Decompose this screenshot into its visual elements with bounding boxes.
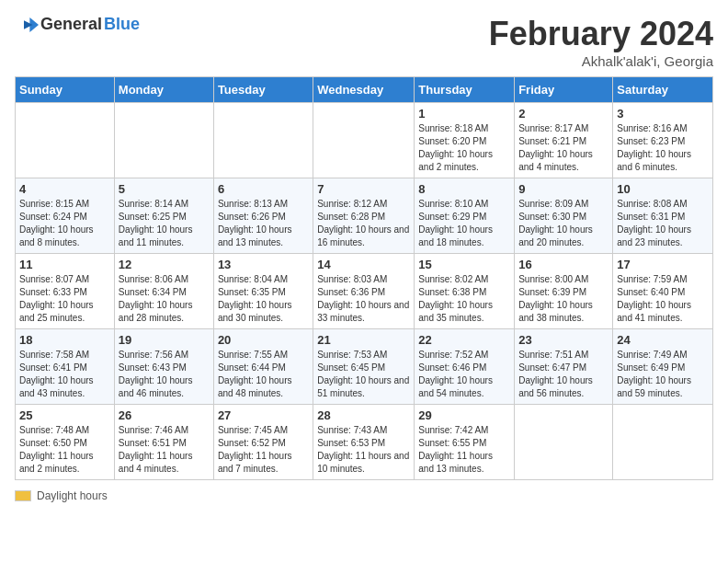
calendar-cell (213, 103, 313, 178)
calendar-cell: 6Sunrise: 8:13 AM Sunset: 6:26 PM Daylig… (213, 178, 313, 254)
daylight-bar-icon (15, 490, 31, 501)
calendar-cell: 4Sunrise: 8:15 AM Sunset: 6:24 PM Daylig… (16, 178, 115, 254)
day-number: 11 (19, 258, 110, 271)
column-header-sunday: Sunday (16, 77, 115, 103)
calendar-cell: 5Sunrise: 8:14 AM Sunset: 6:25 PM Daylig… (114, 178, 213, 254)
calendar-week-row: 4Sunrise: 8:15 AM Sunset: 6:24 PM Daylig… (16, 178, 713, 254)
day-info: Sunrise: 8:00 AM Sunset: 6:39 PM Dayligh… (518, 273, 609, 325)
day-info: Sunrise: 7:53 AM Sunset: 6:45 PM Dayligh… (317, 349, 410, 400)
day-number: 25 (19, 408, 110, 422)
calendar-week-row: 11Sunrise: 8:07 AM Sunset: 6:33 PM Dayli… (16, 254, 713, 329)
column-header-tuesday: Tuesday (213, 77, 313, 103)
day-number: 4 (19, 182, 110, 196)
day-number: 15 (418, 258, 510, 271)
day-number: 3 (617, 107, 709, 121)
day-info: Sunrise: 7:58 AM Sunset: 6:41 PM Dayligh… (19, 349, 110, 400)
calendar-cell (613, 405, 713, 480)
calendar-cell: 9Sunrise: 8:09 AM Sunset: 6:30 PM Daylig… (515, 178, 613, 254)
calendar-cell: 13Sunrise: 8:04 AM Sunset: 6:35 PM Dayli… (213, 254, 313, 329)
day-number: 27 (218, 408, 309, 422)
day-number: 19 (119, 333, 210, 347)
day-number: 26 (119, 408, 210, 422)
day-number: 21 (317, 333, 410, 347)
day-number: 10 (617, 182, 709, 196)
day-number: 5 (119, 182, 210, 196)
calendar-cell: 29Sunrise: 7:42 AM Sunset: 6:55 PM Dayli… (415, 405, 515, 480)
calendar-cell: 18Sunrise: 7:58 AM Sunset: 6:41 PM Dayli… (16, 329, 115, 405)
calendar-table: SundayMondayTuesdayWednesdayThursdayFrid… (15, 76, 713, 480)
calendar-cell: 21Sunrise: 7:53 AM Sunset: 6:45 PM Dayli… (313, 329, 415, 405)
calendar-cell: 1Sunrise: 8:18 AM Sunset: 6:20 PM Daylig… (415, 103, 515, 178)
day-info: Sunrise: 8:03 AM Sunset: 6:36 PM Dayligh… (317, 273, 410, 325)
day-number: 17 (617, 258, 709, 271)
day-info: Sunrise: 7:55 AM Sunset: 6:44 PM Dayligh… (218, 349, 309, 400)
calendar-cell: 24Sunrise: 7:49 AM Sunset: 6:49 PM Dayli… (613, 329, 713, 405)
day-info: Sunrise: 8:15 AM Sunset: 6:24 PM Dayligh… (19, 198, 110, 249)
logo-icon (17, 16, 39, 34)
column-header-thursday: Thursday (415, 77, 515, 103)
day-info: Sunrise: 8:16 AM Sunset: 6:23 PM Dayligh… (617, 122, 709, 174)
day-info: Sunrise: 8:13 AM Sunset: 6:26 PM Dayligh… (218, 198, 309, 249)
calendar-cell: 11Sunrise: 8:07 AM Sunset: 6:33 PM Dayli… (16, 254, 115, 329)
day-number: 12 (119, 258, 210, 271)
day-number: 2 (518, 107, 609, 121)
day-number: 13 (218, 258, 309, 271)
day-info: Sunrise: 8:08 AM Sunset: 6:31 PM Dayligh… (617, 198, 709, 249)
day-info: Sunrise: 8:04 AM Sunset: 6:35 PM Dayligh… (218, 273, 309, 325)
day-info: Sunrise: 7:48 AM Sunset: 6:50 PM Dayligh… (19, 424, 110, 476)
title-block: February 2024 Akhalk'alak'i, Georgia (489, 15, 713, 69)
calendar-cell: 28Sunrise: 7:43 AM Sunset: 6:53 PM Dayli… (313, 405, 415, 480)
day-info: Sunrise: 8:10 AM Sunset: 6:29 PM Dayligh… (418, 198, 510, 249)
day-info: Sunrise: 8:17 AM Sunset: 6:21 PM Dayligh… (518, 122, 609, 174)
day-number: 23 (518, 333, 609, 347)
calendar-cell: 25Sunrise: 7:48 AM Sunset: 6:50 PM Dayli… (16, 405, 115, 480)
day-number: 24 (617, 333, 709, 347)
day-info: Sunrise: 8:06 AM Sunset: 6:34 PM Dayligh… (119, 273, 210, 325)
logo-text-general: General (40, 15, 102, 34)
calendar-cell: 20Sunrise: 7:55 AM Sunset: 6:44 PM Dayli… (213, 329, 313, 405)
calendar-cell: 26Sunrise: 7:46 AM Sunset: 6:51 PM Dayli… (114, 405, 213, 480)
calendar-cell: 14Sunrise: 8:03 AM Sunset: 6:36 PM Dayli… (313, 254, 415, 329)
day-number: 1 (418, 107, 510, 121)
day-number: 16 (518, 258, 609, 271)
day-number: 18 (19, 333, 110, 347)
day-info: Sunrise: 8:14 AM Sunset: 6:25 PM Dayligh… (119, 198, 210, 249)
day-info: Sunrise: 7:59 AM Sunset: 6:40 PM Dayligh… (617, 273, 709, 325)
calendar-week-row: 1Sunrise: 8:18 AM Sunset: 6:20 PM Daylig… (16, 103, 713, 178)
calendar-cell: 2Sunrise: 8:17 AM Sunset: 6:21 PM Daylig… (515, 103, 613, 178)
day-info: Sunrise: 7:45 AM Sunset: 6:52 PM Dayligh… (218, 424, 309, 476)
day-number: 7 (317, 182, 410, 196)
day-info: Sunrise: 7:43 AM Sunset: 6:53 PM Dayligh… (317, 424, 410, 476)
day-info: Sunrise: 8:07 AM Sunset: 6:33 PM Dayligh… (19, 273, 110, 325)
day-info: Sunrise: 8:02 AM Sunset: 6:38 PM Dayligh… (418, 273, 510, 325)
page-header: General Blue February 2024 Akhalk'alak'i… (15, 15, 713, 69)
day-number: 22 (418, 333, 510, 347)
calendar-cell: 16Sunrise: 8:00 AM Sunset: 6:39 PM Dayli… (515, 254, 613, 329)
calendar-cell: 10Sunrise: 8:08 AM Sunset: 6:31 PM Dayli… (613, 178, 713, 254)
calendar-cell (313, 103, 415, 178)
calendar-week-row: 18Sunrise: 7:58 AM Sunset: 6:41 PM Dayli… (16, 329, 713, 405)
column-header-wednesday: Wednesday (313, 77, 415, 103)
footer-label: Daylight hours (37, 489, 108, 502)
calendar-cell: 17Sunrise: 7:59 AM Sunset: 6:40 PM Dayli… (613, 254, 713, 329)
calendar-header-row: SundayMondayTuesdayWednesdayThursdayFrid… (16, 77, 713, 103)
column-header-friday: Friday (515, 77, 613, 103)
day-info: Sunrise: 7:49 AM Sunset: 6:49 PM Dayligh… (617, 349, 709, 400)
day-info: Sunrise: 7:56 AM Sunset: 6:43 PM Dayligh… (119, 349, 210, 400)
logo: General Blue (15, 15, 140, 34)
day-number: 20 (218, 333, 309, 347)
day-info: Sunrise: 7:51 AM Sunset: 6:47 PM Dayligh… (518, 349, 609, 400)
day-number: 6 (218, 182, 309, 196)
day-info: Sunrise: 7:42 AM Sunset: 6:55 PM Dayligh… (418, 424, 510, 476)
calendar-cell: 27Sunrise: 7:45 AM Sunset: 6:52 PM Dayli… (213, 405, 313, 480)
calendar-cell: 8Sunrise: 8:10 AM Sunset: 6:29 PM Daylig… (415, 178, 515, 254)
column-header-saturday: Saturday (613, 77, 713, 103)
calendar-cell: 19Sunrise: 7:56 AM Sunset: 6:43 PM Dayli… (114, 329, 213, 405)
day-number: 14 (317, 258, 410, 271)
calendar-cell: 3Sunrise: 8:16 AM Sunset: 6:23 PM Daylig… (613, 103, 713, 178)
month-year: February 2024 (489, 15, 713, 53)
day-number: 28 (317, 408, 410, 422)
logo-text-blue: Blue (104, 15, 140, 34)
day-info: Sunrise: 8:09 AM Sunset: 6:30 PM Dayligh… (518, 198, 609, 249)
calendar-cell: 23Sunrise: 7:51 AM Sunset: 6:47 PM Dayli… (515, 329, 613, 405)
